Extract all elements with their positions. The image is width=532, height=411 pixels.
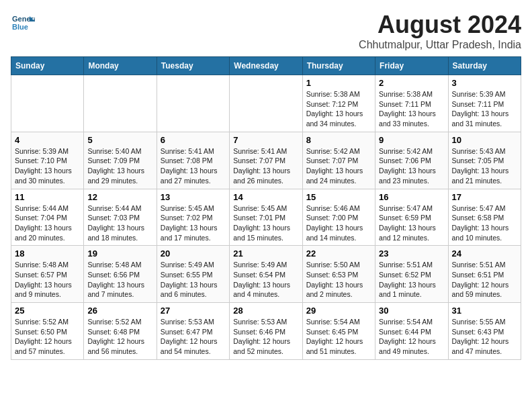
- calendar-cell: [230, 75, 302, 132]
- day-number: 22: [306, 248, 371, 259]
- day-info: Sunrise: 5:55 AM Sunset: 6:43 PM Dayligh…: [452, 317, 517, 357]
- page-header: General Blue August 2024 Chhutmalpur, Ut…: [11, 11, 521, 51]
- calendar-cell: 10Sunrise: 5:43 AM Sunset: 7:05 PM Dayli…: [448, 132, 521, 189]
- day-info: Sunrise: 5:39 AM Sunset: 7:11 PM Dayligh…: [452, 89, 517, 129]
- calendar-cell: 9Sunrise: 5:42 AM Sunset: 7:06 PM Daylig…: [375, 132, 448, 189]
- weekday-header-row: SundayMondayTuesdayWednesdayThursdayFrid…: [11, 57, 521, 75]
- day-number: 20: [161, 248, 226, 259]
- calendar-cell: 30Sunrise: 5:54 AM Sunset: 6:44 PM Dayli…: [375, 303, 448, 360]
- day-number: 30: [379, 306, 444, 316]
- day-info: Sunrise: 5:49 AM Sunset: 6:54 PM Dayligh…: [233, 260, 298, 300]
- day-info: Sunrise: 5:48 AM Sunset: 6:57 PM Dayligh…: [15, 260, 80, 300]
- day-number: 7: [233, 135, 298, 145]
- day-info: Sunrise: 5:44 AM Sunset: 7:03 PM Dayligh…: [87, 203, 152, 243]
- calendar-header: SundayMondayTuesdayWednesdayThursdayFrid…: [11, 57, 521, 75]
- calendar-cell: 14Sunrise: 5:45 AM Sunset: 7:01 PM Dayli…: [230, 189, 302, 246]
- day-number: 27: [161, 306, 226, 316]
- day-info: Sunrise: 5:42 AM Sunset: 7:07 PM Dayligh…: [306, 146, 371, 186]
- day-info: Sunrise: 5:45 AM Sunset: 7:02 PM Dayligh…: [161, 203, 226, 243]
- day-info: Sunrise: 5:42 AM Sunset: 7:06 PM Dayligh…: [379, 146, 444, 186]
- day-info: Sunrise: 5:45 AM Sunset: 7:01 PM Dayligh…: [233, 203, 298, 243]
- logo-icon: General Blue: [11, 11, 35, 35]
- day-info: Sunrise: 5:46 AM Sunset: 7:00 PM Dayligh…: [306, 203, 371, 243]
- calendar-cell: 7Sunrise: 5:41 AM Sunset: 7:07 PM Daylig…: [230, 132, 302, 189]
- weekday-header-thursday: Thursday: [302, 57, 375, 75]
- day-number: 6: [161, 135, 226, 145]
- day-number: 5: [87, 135, 152, 145]
- day-number: 15: [306, 192, 371, 202]
- day-info: Sunrise: 5:40 AM Sunset: 7:09 PM Dayligh…: [87, 146, 152, 186]
- day-info: Sunrise: 5:49 AM Sunset: 6:55 PM Dayligh…: [161, 260, 226, 300]
- day-info: Sunrise: 5:52 AM Sunset: 6:48 PM Dayligh…: [87, 317, 152, 357]
- title-block: August 2024 Chhutmalpur, Uttar Pradesh, …: [359, 11, 521, 51]
- day-number: 12: [87, 192, 152, 202]
- week-row-1: 1Sunrise: 5:38 AM Sunset: 7:12 PM Daylig…: [11, 75, 521, 132]
- day-number: 25: [15, 306, 80, 316]
- calendar-cell: 23Sunrise: 5:51 AM Sunset: 6:52 PM Dayli…: [375, 246, 448, 303]
- day-info: Sunrise: 5:43 AM Sunset: 7:05 PM Dayligh…: [452, 146, 517, 186]
- calendar-cell: 12Sunrise: 5:44 AM Sunset: 7:03 PM Dayli…: [84, 189, 157, 246]
- day-number: 4: [15, 135, 80, 145]
- day-info: Sunrise: 5:48 AM Sunset: 6:56 PM Dayligh…: [87, 260, 152, 300]
- calendar-cell: 22Sunrise: 5:50 AM Sunset: 6:53 PM Dayli…: [302, 246, 375, 303]
- day-number: 8: [306, 135, 371, 145]
- day-info: Sunrise: 5:38 AM Sunset: 7:12 PM Dayligh…: [306, 89, 371, 129]
- day-info: Sunrise: 5:41 AM Sunset: 7:07 PM Dayligh…: [233, 146, 298, 186]
- day-info: Sunrise: 5:38 AM Sunset: 7:11 PM Dayligh…: [379, 89, 444, 129]
- subtitle: Chhutmalpur, Uttar Pradesh, India: [359, 39, 521, 51]
- week-row-3: 11Sunrise: 5:44 AM Sunset: 7:04 PM Dayli…: [11, 189, 521, 246]
- day-info: Sunrise: 5:39 AM Sunset: 7:10 PM Dayligh…: [15, 146, 80, 186]
- calendar-cell: [84, 75, 157, 132]
- day-number: 14: [233, 192, 298, 202]
- day-info: Sunrise: 5:54 AM Sunset: 6:45 PM Dayligh…: [306, 317, 371, 357]
- calendar-cell: 29Sunrise: 5:54 AM Sunset: 6:45 PM Dayli…: [302, 303, 375, 360]
- logo: General Blue: [11, 11, 35, 35]
- calendar-cell: 20Sunrise: 5:49 AM Sunset: 6:55 PM Dayli…: [157, 246, 229, 303]
- calendar-cell: 16Sunrise: 5:47 AM Sunset: 6:59 PM Dayli…: [375, 189, 448, 246]
- calendar-cell: 8Sunrise: 5:42 AM Sunset: 7:07 PM Daylig…: [302, 132, 375, 189]
- calendar-cell: 13Sunrise: 5:45 AM Sunset: 7:02 PM Dayli…: [157, 189, 229, 246]
- day-number: 13: [161, 192, 226, 202]
- day-info: Sunrise: 5:54 AM Sunset: 6:44 PM Dayligh…: [379, 317, 444, 357]
- calendar-cell: 31Sunrise: 5:55 AM Sunset: 6:43 PM Dayli…: [448, 303, 521, 360]
- calendar-cell: 3Sunrise: 5:39 AM Sunset: 7:11 PM Daylig…: [448, 75, 521, 132]
- day-info: Sunrise: 5:53 AM Sunset: 6:46 PM Dayligh…: [233, 317, 298, 357]
- weekday-header-tuesday: Tuesday: [157, 57, 229, 75]
- day-number: 1: [306, 78, 371, 88]
- calendar-cell: 28Sunrise: 5:53 AM Sunset: 6:46 PM Dayli…: [230, 303, 302, 360]
- day-number: 19: [87, 248, 152, 259]
- day-number: 16: [379, 192, 444, 202]
- calendar-cell: 25Sunrise: 5:52 AM Sunset: 6:50 PM Dayli…: [11, 303, 84, 360]
- calendar-cell: 26Sunrise: 5:52 AM Sunset: 6:48 PM Dayli…: [84, 303, 157, 360]
- week-row-4: 18Sunrise: 5:48 AM Sunset: 6:57 PM Dayli…: [11, 246, 521, 303]
- calendar-cell: 11Sunrise: 5:44 AM Sunset: 7:04 PM Dayli…: [11, 189, 84, 246]
- calendar-cell: 6Sunrise: 5:41 AM Sunset: 7:08 PM Daylig…: [157, 132, 229, 189]
- calendar-cell: 18Sunrise: 5:48 AM Sunset: 6:57 PM Dayli…: [11, 246, 84, 303]
- calendar-cell: 15Sunrise: 5:46 AM Sunset: 7:00 PM Dayli…: [302, 189, 375, 246]
- day-number: 26: [87, 306, 152, 316]
- calendar-cell: 1Sunrise: 5:38 AM Sunset: 7:12 PM Daylig…: [302, 75, 375, 132]
- day-number: 18: [15, 248, 80, 259]
- day-number: 17: [452, 192, 517, 202]
- day-number: 11: [15, 192, 80, 202]
- day-info: Sunrise: 5:47 AM Sunset: 6:58 PM Dayligh…: [452, 203, 517, 243]
- calendar-cell: 27Sunrise: 5:53 AM Sunset: 6:47 PM Dayli…: [157, 303, 229, 360]
- calendar-cell: [157, 75, 229, 132]
- week-row-5: 25Sunrise: 5:52 AM Sunset: 6:50 PM Dayli…: [11, 303, 521, 360]
- day-number: 3: [452, 78, 517, 88]
- svg-text:Blue: Blue: [12, 23, 28, 31]
- day-info: Sunrise: 5:52 AM Sunset: 6:50 PM Dayligh…: [15, 317, 80, 357]
- day-number: 24: [452, 248, 517, 259]
- day-number: 2: [379, 78, 444, 88]
- day-number: 29: [306, 306, 371, 316]
- calendar-cell: 4Sunrise: 5:39 AM Sunset: 7:10 PM Daylig…: [11, 132, 84, 189]
- day-info: Sunrise: 5:50 AM Sunset: 6:53 PM Dayligh…: [306, 260, 371, 300]
- weekday-header-friday: Friday: [375, 57, 448, 75]
- calendar-body: 1Sunrise: 5:38 AM Sunset: 7:12 PM Daylig…: [11, 75, 521, 360]
- main-title: August 2024: [359, 11, 521, 39]
- day-number: 21: [233, 248, 298, 259]
- day-number: 23: [379, 248, 444, 259]
- day-number: 28: [233, 306, 298, 316]
- week-row-2: 4Sunrise: 5:39 AM Sunset: 7:10 PM Daylig…: [11, 132, 521, 189]
- day-info: Sunrise: 5:47 AM Sunset: 6:59 PM Dayligh…: [379, 203, 444, 243]
